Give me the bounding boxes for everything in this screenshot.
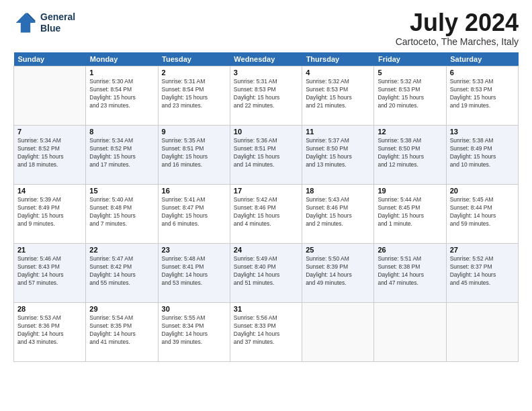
day-number: 16 [162,187,226,195]
table-row: 14Sunrise: 5:39 AMSunset: 8:49 PMDayligh… [14,185,519,244]
day-number: 12 [378,128,442,136]
logo-text: General Blue [40,11,75,34]
day-number: 31 [234,305,298,313]
calendar-cell: 18Sunrise: 5:43 AMSunset: 8:46 PMDayligh… [302,185,374,244]
day-info: Sunrise: 5:56 AMSunset: 8:33 PMDaylight:… [234,314,298,347]
calendar-body: 1Sunrise: 5:30 AMSunset: 8:54 PMDaylight… [14,66,519,362]
calendar: Sunday Monday Tuesday Wednesday Thursday… [13,52,519,362]
month-title: July 2024 [396,11,519,35]
day-number: 28 [17,305,82,313]
calendar-cell: 26Sunrise: 5:51 AMSunset: 8:38 PMDayligh… [374,244,446,303]
logo: General Blue [13,11,75,35]
calendar-cell: 15Sunrise: 5:40 AMSunset: 8:48 PMDayligh… [86,185,158,244]
calendar-cell: 20Sunrise: 5:45 AMSunset: 8:44 PMDayligh… [446,185,518,244]
day-number: 1 [89,68,154,77]
calendar-cell [446,303,518,362]
day-info: Sunrise: 5:41 AMSunset: 8:47 PMDaylight:… [162,196,226,228]
calendar-cell: 17Sunrise: 5:42 AMSunset: 8:46 PMDayligh… [230,185,302,244]
title-section: July 2024 Cartoceto, The Marches, Italy [396,11,519,47]
calendar-cell: 13Sunrise: 5:38 AMSunset: 8:49 PMDayligh… [446,126,518,185]
day-info: Sunrise: 5:54 AMSunset: 8:35 PMDaylight:… [89,314,154,347]
day-number: 22 [89,246,154,254]
calendar-cell [14,66,86,126]
day-number: 8 [89,128,154,136]
calendar-cell: 31Sunrise: 5:56 AMSunset: 8:33 PMDayligh… [230,303,302,362]
day-info: Sunrise: 5:42 AMSunset: 8:46 PMDaylight:… [234,196,298,228]
day-info: Sunrise: 5:34 AMSunset: 8:52 PMDaylight:… [17,137,82,169]
col-monday: Monday [86,52,158,66]
day-number: 25 [306,246,370,254]
day-number: 2 [162,68,226,77]
day-number: 18 [306,187,370,195]
calendar-cell: 4Sunrise: 5:32 AMSunset: 8:53 PMDaylight… [302,66,374,126]
col-thursday: Thursday [302,52,374,66]
day-info: Sunrise: 5:44 AMSunset: 8:45 PMDaylight:… [378,196,442,228]
day-info: Sunrise: 5:38 AMSunset: 8:50 PMDaylight:… [378,137,442,169]
logo-icon [13,11,38,35]
day-number: 4 [306,68,370,77]
table-row: 7Sunrise: 5:34 AMSunset: 8:52 PMDaylight… [14,126,519,185]
calendar-cell: 1Sunrise: 5:30 AMSunset: 8:54 PMDaylight… [86,66,158,126]
day-number: 13 [450,128,515,136]
day-info: Sunrise: 5:32 AMSunset: 8:53 PMDaylight:… [306,78,370,110]
day-number: 23 [162,246,226,254]
day-number: 30 [162,305,226,313]
day-info: Sunrise: 5:47 AMSunset: 8:42 PMDaylight:… [89,255,154,287]
calendar-cell: 28Sunrise: 5:53 AMSunset: 8:36 PMDayligh… [14,303,86,362]
location: Cartoceto, The Marches, Italy [396,36,519,47]
day-number: 24 [234,246,298,254]
table-row: 21Sunrise: 5:46 AMSunset: 8:43 PMDayligh… [14,244,519,303]
day-info: Sunrise: 5:31 AMSunset: 8:54 PMDaylight:… [162,78,226,110]
day-number: 15 [89,187,154,195]
day-number: 20 [450,187,515,195]
day-number: 10 [234,128,298,136]
day-info: Sunrise: 5:32 AMSunset: 8:53 PMDaylight:… [378,78,442,110]
day-info: Sunrise: 5:55 AMSunset: 8:34 PMDaylight:… [162,314,226,347]
day-number: 5 [378,68,442,77]
header: General Blue July 2024 Cartoceto, The Ma… [13,11,519,47]
day-info: Sunrise: 5:50 AMSunset: 8:39 PMDaylight:… [306,255,370,287]
col-wednesday: Wednesday [230,52,302,66]
day-number: 3 [234,68,298,77]
day-number: 19 [378,187,442,195]
calendar-cell: 14Sunrise: 5:39 AMSunset: 8:49 PMDayligh… [14,185,86,244]
table-row: 28Sunrise: 5:53 AMSunset: 8:36 PMDayligh… [14,303,519,362]
day-info: Sunrise: 5:36 AMSunset: 8:51 PMDaylight:… [234,137,298,169]
day-info: Sunrise: 5:39 AMSunset: 8:49 PMDaylight:… [17,196,82,228]
calendar-cell: 7Sunrise: 5:34 AMSunset: 8:52 PMDaylight… [14,126,86,185]
calendar-cell: 5Sunrise: 5:32 AMSunset: 8:53 PMDaylight… [374,66,446,126]
calendar-cell: 21Sunrise: 5:46 AMSunset: 8:43 PMDayligh… [14,244,86,303]
day-info: Sunrise: 5:33 AMSunset: 8:53 PMDaylight:… [450,78,515,110]
day-number: 26 [378,246,442,254]
col-tuesday: Tuesday [158,52,230,66]
calendar-cell: 3Sunrise: 5:31 AMSunset: 8:53 PMDaylight… [230,66,302,126]
day-info: Sunrise: 5:48 AMSunset: 8:41 PMDaylight:… [162,255,226,287]
calendar-cell: 22Sunrise: 5:47 AMSunset: 8:42 PMDayligh… [86,244,158,303]
day-number: 11 [306,128,370,136]
col-saturday: Saturday [446,52,518,66]
calendar-cell: 24Sunrise: 5:49 AMSunset: 8:40 PMDayligh… [230,244,302,303]
calendar-cell [302,303,374,362]
header-row: Sunday Monday Tuesday Wednesday Thursday… [14,52,519,66]
calendar-cell [374,303,446,362]
day-number: 9 [162,128,226,136]
day-info: Sunrise: 5:40 AMSunset: 8:48 PMDaylight:… [89,196,154,228]
day-info: Sunrise: 5:38 AMSunset: 8:49 PMDaylight:… [450,137,515,169]
calendar-cell: 19Sunrise: 5:44 AMSunset: 8:45 PMDayligh… [374,185,446,244]
calendar-cell: 25Sunrise: 5:50 AMSunset: 8:39 PMDayligh… [302,244,374,303]
day-number: 27 [450,246,515,254]
calendar-cell: 11Sunrise: 5:37 AMSunset: 8:50 PMDayligh… [302,126,374,185]
day-info: Sunrise: 5:51 AMSunset: 8:38 PMDaylight:… [378,255,442,287]
day-info: Sunrise: 5:37 AMSunset: 8:50 PMDaylight:… [306,137,370,169]
calendar-cell: 8Sunrise: 5:34 AMSunset: 8:52 PMDaylight… [86,126,158,185]
day-info: Sunrise: 5:43 AMSunset: 8:46 PMDaylight:… [306,196,370,228]
svg-marker-0 [16,13,36,33]
calendar-cell: 16Sunrise: 5:41 AMSunset: 8:47 PMDayligh… [158,185,230,244]
col-friday: Friday [374,52,446,66]
calendar-cell: 27Sunrise: 5:52 AMSunset: 8:37 PMDayligh… [446,244,518,303]
calendar-header: Sunday Monday Tuesday Wednesday Thursday… [14,52,519,66]
calendar-cell: 6Sunrise: 5:33 AMSunset: 8:53 PMDaylight… [446,66,518,126]
calendar-cell: 23Sunrise: 5:48 AMSunset: 8:41 PMDayligh… [158,244,230,303]
table-row: 1Sunrise: 5:30 AMSunset: 8:54 PMDaylight… [14,66,519,126]
day-info: Sunrise: 5:35 AMSunset: 8:51 PMDaylight:… [162,137,226,169]
